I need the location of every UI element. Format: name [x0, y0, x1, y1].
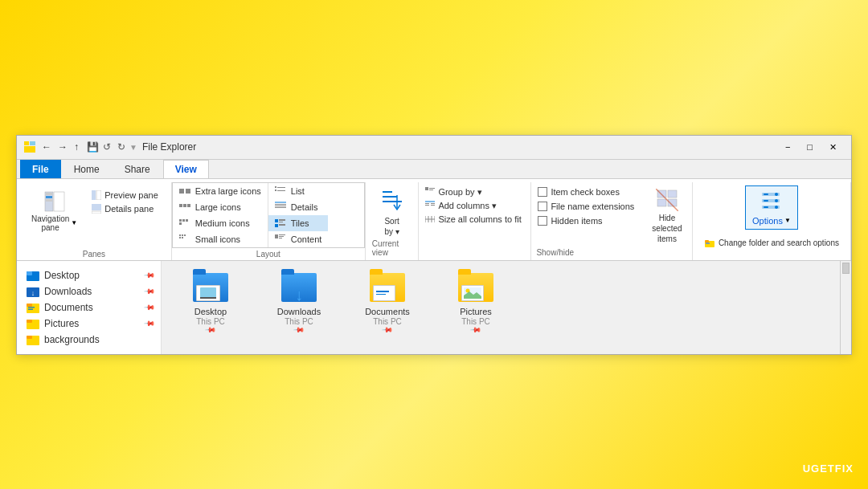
file-name-extensions-toggle[interactable]: File name extensions [536, 200, 636, 213]
add-columns-btn[interactable]: Add columns ▾ [424, 199, 526, 213]
current-view-label: Current view [372, 239, 412, 259]
svg-rect-0 [24, 141, 29, 145]
file-label-desktop: Desktop [194, 306, 227, 317]
nav-pane-icon [42, 189, 68, 214]
save-icon[interactable]: 💾 [86, 141, 99, 153]
preview-pane-btn[interactable]: Preview pane [87, 189, 163, 202]
svg-rect-15 [183, 204, 186, 207]
svg-rect-2 [30, 141, 35, 145]
details-pane-btn[interactable]: Details pane [87, 202, 163, 215]
svg-rect-24 [179, 237, 181, 238]
sidebar-item-documents[interactable]: Documents 📌 [17, 300, 161, 316]
svg-rect-84 [28, 308, 33, 310]
file-item-pictures[interactable]: Pictures This PC 📌 [440, 271, 512, 334]
svg-rect-61 [668, 190, 677, 198]
tab-view[interactable]: View [163, 160, 209, 178]
pin-icon-dl: 📌 [144, 285, 156, 297]
file-item-downloads[interactable]: ↓ Downloads This PC 📌 [263, 271, 335, 334]
svg-rect-19 [186, 219, 188, 222]
svg-rect-20 [179, 222, 182, 225]
svg-rect-88 [27, 336, 32, 339]
sidebar-item-backgrounds[interactable]: backgrounds [17, 332, 161, 348]
title-bar: ← → ↑ 💾 ↺ ↻ ▼ File Explorer − □ ✕ [17, 136, 851, 160]
show-hide-label: Show/hide [536, 248, 687, 259]
layout-medium-icons[interactable]: Medium icons [173, 215, 268, 231]
tab-share[interactable]: Share [113, 160, 162, 178]
pin-icon-pix: 📌 [144, 317, 156, 329]
svg-rect-28 [275, 189, 276, 191]
svg-rect-17 [179, 219, 182, 222]
svg-rect-90 [200, 297, 216, 299]
file-name-ext-checkbox[interactable] [538, 202, 547, 211]
ribbon-section-sort: Sortby ▾ Current view [366, 182, 420, 260]
close-btn[interactable]: ✕ [821, 139, 845, 155]
scroll-thumb[interactable] [842, 263, 850, 274]
hide-selected-btn[interactable]: Hide selected items [645, 185, 688, 246]
file-item-desktop[interactable]: Desktop This PC 📌 [174, 271, 247, 334]
tab-home[interactable]: Home [62, 160, 112, 178]
svg-rect-31 [275, 204, 286, 205]
svg-rect-11 [92, 211, 101, 214]
svg-rect-18 [182, 219, 185, 222]
svg-rect-38 [279, 224, 285, 226]
back-arrow[interactable]: ← [39, 141, 54, 153]
layout-large-icons[interactable]: Large icons [173, 199, 268, 215]
quick-access-icons: 💾 ↺ ↻ ▼ [86, 141, 137, 153]
layout-details[interactable]: Details [268, 199, 329, 215]
sidebar-item-desktop[interactable]: Desktop 📌 [17, 267, 161, 283]
tab-file[interactable]: File [20, 160, 61, 178]
pin-icon: 📌 [144, 269, 156, 281]
layout-small-icons[interactable]: Small icons [173, 231, 268, 247]
nav-arrows: ← → ↑ [39, 141, 81, 153]
redo-icon[interactable]: ↻ [115, 141, 128, 153]
options-arrow: ▼ [784, 217, 791, 224]
hide-selected-label: Hide selected items [652, 213, 682, 244]
svg-rect-68 [764, 194, 768, 195]
up-arrow[interactable]: ↑ [72, 141, 81, 153]
sort-by-btn[interactable]: Sortby ▾ [375, 185, 410, 238]
file-icon-documents [368, 271, 407, 304]
layout-dropdown: Extra large icons Large icons Medium ico… [172, 182, 365, 248]
svg-point-73 [775, 206, 778, 209]
svg-rect-22 [182, 234, 183, 236]
file-label-pictures: Pictures [460, 306, 492, 317]
hidden-items-toggle[interactable]: Hidden items [536, 214, 636, 227]
hidden-items-checkbox[interactable] [538, 216, 547, 226]
file-label-downloads: Downloads [277, 306, 321, 317]
file-item-documents[interactable]: Documents This PC 📌 [351, 271, 424, 334]
ribbon-section-panes: Navigation pane ▼ Preview pane Details p… [17, 182, 172, 260]
svg-rect-82 [27, 304, 32, 307]
undo-icon[interactable]: ↺ [100, 141, 113, 153]
item-check-boxes-checkbox[interactable] [538, 187, 547, 197]
maximize-btn[interactable]: □ [799, 139, 821, 155]
layout-content[interactable]: Content [268, 231, 329, 247]
group-by-btn[interactable]: Group by ▾ [424, 185, 526, 199]
forward-arrow[interactable]: → [55, 141, 70, 153]
sidebar-item-pictures[interactable]: Pictures 📌 [17, 316, 161, 332]
svg-rect-47 [425, 187, 428, 190]
layout-list[interactable]: List [268, 183, 329, 199]
minimize-btn[interactable]: − [777, 139, 798, 155]
sidebar-item-downloads[interactable]: ↓ Downloads 📌 [17, 283, 161, 300]
svg-rect-8 [92, 190, 96, 200]
size-all-columns-btn[interactable]: Size all columns to fit [424, 213, 526, 226]
change-folder-btn[interactable]: Change folder and search options [701, 236, 842, 251]
svg-rect-49 [429, 189, 433, 190]
pane-btns: Preview pane Details pane [87, 189, 163, 215]
file-explorer-window: ← → ↑ 💾 ↺ ↻ ▼ File Explorer − □ ✕ File H… [16, 135, 852, 355]
file-icon-downloads: ↓ [280, 271, 318, 304]
svg-rect-27 [277, 187, 285, 188]
svg-point-71 [775, 193, 778, 196]
svg-rect-16 [187, 204, 190, 207]
options-btn[interactable]: Options ▼ [745, 185, 798, 230]
pin-icon-docs: 📌 [144, 301, 156, 313]
layout-extra-large[interactable]: Extra large icons [173, 183, 268, 199]
layout-label: Layout [172, 248, 365, 260]
scrollbar[interactable] [840, 261, 851, 354]
customize-icon[interactable]: ▼ [129, 143, 137, 152]
item-check-boxes-toggle[interactable]: Item check boxes [536, 185, 636, 198]
nav-pane-arrow: ▼ [71, 219, 77, 226]
svg-rect-34 [275, 219, 278, 222]
layout-tiles[interactable]: Tiles [268, 215, 329, 231]
nav-pane-btn[interactable]: Navigation pane ▼ [25, 185, 84, 235]
